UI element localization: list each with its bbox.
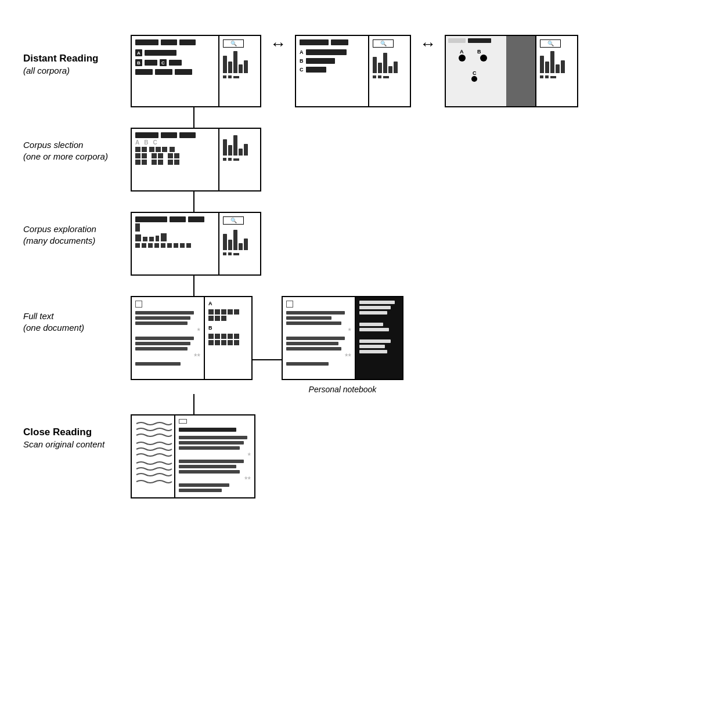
cr-label: Close Reading Scan original content [23, 414, 131, 450]
ft-block-8 [221, 316, 226, 321]
ce-chart-bar-3 [233, 230, 237, 250]
ft-line-6 [135, 347, 188, 351]
pn-dark-line-4 [359, 323, 383, 326]
cr-star-2-wrap: ** [179, 475, 251, 483]
ce-widget: 🔍 [131, 212, 261, 276]
cs-sq-11 [168, 153, 173, 158]
ce-chart-bar-1 [223, 234, 227, 250]
cs-row3c [168, 160, 179, 165]
pn-widget: * ** [282, 296, 403, 380]
dr2-search-box[interactable]: 🔍 [373, 39, 394, 48]
dr-dot-row [223, 75, 257, 78]
dr-bar2 [161, 39, 177, 45]
cs-sq-row-a1 [135, 147, 147, 152]
cs-sq-7 [135, 153, 140, 158]
cr-star-2: ** [244, 475, 251, 483]
dr-row-a: A [135, 49, 215, 56]
dr-row-bc: B C [135, 59, 215, 66]
ft-line-2 [135, 316, 190, 320]
chart2-bar-1 [373, 57, 377, 73]
search-icon-2: 🔍 [380, 41, 387, 46]
search-icon: 🔍 [230, 41, 237, 46]
cr-scan-svg [135, 419, 173, 489]
dr2-row-b: B [300, 58, 365, 64]
dr2-mini-chart [373, 50, 406, 73]
badge-a: A [135, 49, 142, 56]
ce-doc-4 [149, 237, 154, 241]
cs-block-row3 [135, 160, 215, 165]
cr-scan-area [132, 415, 175, 497]
cs-block-c1 [170, 147, 175, 152]
map-chart-bar-2 [545, 62, 549, 73]
chart-bar-5 [244, 60, 248, 73]
ce-title: Corpus exploration [23, 223, 125, 235]
dot-3 [233, 76, 239, 78]
cr-line-5 [179, 465, 236, 468]
ce-dot-2 [228, 252, 232, 255]
v-connector-3 [193, 276, 194, 296]
ft-label: Full text (one document) [23, 296, 131, 333]
map-search-box[interactable]: 🔍 [540, 39, 561, 48]
pn-line-7 [286, 362, 329, 366]
cs-sq-9 [152, 153, 157, 158]
pn-star-1: * [348, 327, 351, 335]
dr-widget2-left: A B C [296, 36, 369, 106]
map-dot-b [480, 55, 487, 62]
dr2-a-bar [306, 49, 347, 55]
search-icon-4: 🔍 [230, 218, 237, 223]
ce-search-box[interactable]: 🔍 [223, 216, 244, 225]
cs-sq-12 [174, 153, 179, 158]
ce-chart-bar-4 [239, 243, 243, 250]
cs-col-a: A [135, 139, 139, 146]
pn-label: Personal notebook [309, 385, 377, 394]
cs-block-row1 [135, 147, 215, 152]
dr2-top-bar [300, 39, 365, 45]
pn-spacer [359, 316, 399, 321]
pn-dark-line-8 [359, 350, 387, 353]
cs-col-c: C [153, 139, 157, 146]
ce-label: Corpus exploration (many documents) [23, 212, 131, 246]
ce-bar3 [188, 216, 204, 222]
dot2-1 [373, 75, 376, 78]
cr-line-1 [179, 436, 247, 439]
cs-sq-18 [174, 160, 179, 165]
pn-doc-icon [286, 301, 293, 308]
map-label-a: A [460, 49, 464, 55]
pn-dark-line-5 [359, 328, 389, 331]
cr-line-8 [179, 489, 222, 492]
map-chart-bar-4 [556, 64, 560, 73]
ft-block-2 [215, 309, 220, 315]
ce-doc-10 [154, 243, 159, 248]
cs-dot-3 [233, 158, 239, 161]
pn-line-2 [286, 316, 331, 320]
ft-star-2-wrap: ** [135, 352, 200, 360]
dr-search-box[interactable]: 🔍 [223, 39, 244, 48]
ft-block-6 [208, 316, 214, 321]
cr-line-7 [179, 483, 229, 487]
ce-doc-14 [180, 243, 185, 248]
dr2-bar1 [300, 39, 329, 45]
ce-doc-grid [135, 223, 215, 248]
dr2-c-bar [306, 67, 326, 73]
pn-dark-line-3 [359, 311, 387, 315]
dr-row-c-bar [169, 60, 182, 66]
ce-doc-7 [135, 243, 140, 248]
ft-line-1 [135, 311, 194, 315]
dr-row-plain [135, 69, 215, 75]
ce-bar1 [135, 216, 167, 222]
ce-left [132, 213, 219, 274]
ft-right: A B [205, 297, 251, 379]
ce-chart-bar-5 [244, 239, 248, 250]
ce-dot-1 [223, 252, 226, 255]
ce-doc-13 [174, 243, 178, 248]
ft-line-4 [135, 337, 194, 340]
cs-sq-2 [142, 147, 147, 152]
ft-subtitle: (one document) [23, 322, 125, 334]
pn-star-1-wrap: * [286, 327, 351, 335]
pn-line-3 [286, 321, 341, 325]
cs-title: Corpus slection [23, 139, 125, 151]
cs-sq-6 [170, 147, 175, 152]
pn-dark-line-7 [359, 345, 385, 348]
ce-chart-bar-2 [228, 240, 232, 250]
chart2-bar-4 [388, 66, 392, 73]
